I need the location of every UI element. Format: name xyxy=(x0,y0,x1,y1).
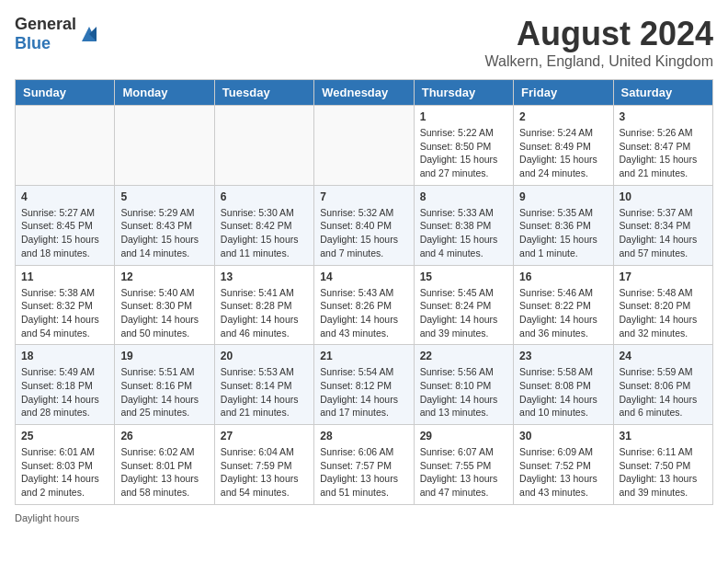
day-info: Sunrise: 5:27 AM Sunset: 8:45 PM Dayligh… xyxy=(21,206,108,260)
calendar-cell: 6Sunrise: 5:30 AM Sunset: 8:42 PM Daylig… xyxy=(214,185,313,265)
title-block: August 2024 Walkern, England, United Kin… xyxy=(485,15,713,70)
calendar-cell: 22Sunrise: 5:56 AM Sunset: 8:10 PM Dayli… xyxy=(414,345,513,425)
day-info: Sunrise: 6:02 AM Sunset: 8:01 PM Dayligh… xyxy=(120,445,208,500)
day-number: 17 xyxy=(620,270,707,283)
calendar-cell: 18Sunrise: 5:49 AM Sunset: 8:18 PM Dayli… xyxy=(16,345,115,425)
calendar-cell: 21Sunrise: 5:54 AM Sunset: 8:12 PM Dayli… xyxy=(314,345,414,425)
calendar-cell xyxy=(115,106,214,186)
day-info: Sunrise: 5:48 AM Sunset: 8:20 PM Dayligh… xyxy=(620,286,707,340)
calendar-cell: 11Sunrise: 5:38 AM Sunset: 8:32 PM Dayli… xyxy=(16,265,115,345)
day-info: Sunrise: 5:33 AM Sunset: 8:38 PM Dayligh… xyxy=(420,206,507,260)
day-info: Sunrise: 5:45 AM Sunset: 8:24 PM Dayligh… xyxy=(420,286,507,340)
calendar-cell: 20Sunrise: 5:53 AM Sunset: 8:14 PM Dayli… xyxy=(214,345,313,425)
day-number: 9 xyxy=(519,190,607,203)
day-number: 18 xyxy=(21,350,108,362)
calendar-cell: 8Sunrise: 5:33 AM Sunset: 8:38 PM Daylig… xyxy=(414,185,513,265)
day-number: 31 xyxy=(620,430,707,442)
day-info: Sunrise: 5:41 AM Sunset: 8:28 PM Dayligh… xyxy=(221,286,308,340)
footer: Daylight hours xyxy=(15,512,713,523)
page-header: General Blue August 2024 Walkern, Englan… xyxy=(15,15,713,70)
day-number: 2 xyxy=(519,110,607,123)
day-number: 27 xyxy=(221,430,308,442)
calendar-cell: 14Sunrise: 5:43 AM Sunset: 8:26 PM Dayli… xyxy=(314,265,414,345)
day-info: Sunrise: 5:51 AM Sunset: 8:16 PM Dayligh… xyxy=(120,365,208,419)
day-info: Sunrise: 5:26 AM Sunset: 8:47 PM Dayligh… xyxy=(620,126,707,180)
calendar-day-header: Wednesday xyxy=(314,80,414,106)
day-number: 6 xyxy=(221,190,308,203)
month-year: August 2024 xyxy=(485,15,713,53)
calendar-cell xyxy=(16,106,115,186)
logo-general: General xyxy=(15,15,76,33)
day-info: Sunrise: 6:07 AM Sunset: 7:55 PM Dayligh… xyxy=(420,445,507,500)
day-info: Sunrise: 5:24 AM Sunset: 8:49 PM Dayligh… xyxy=(519,126,607,180)
calendar-cell: 19Sunrise: 5:51 AM Sunset: 8:16 PM Dayli… xyxy=(115,345,214,425)
day-info: Sunrise: 5:59 AM Sunset: 8:06 PM Dayligh… xyxy=(620,365,707,419)
day-number: 15 xyxy=(420,270,507,283)
calendar-cell: 17Sunrise: 5:48 AM Sunset: 8:20 PM Dayli… xyxy=(613,265,712,345)
calendar-cell: 30Sunrise: 6:09 AM Sunset: 7:52 PM Dayli… xyxy=(514,425,613,505)
day-number: 24 xyxy=(620,350,707,362)
day-number: 23 xyxy=(519,350,607,362)
day-number: 8 xyxy=(420,190,507,203)
location: Walkern, England, United Kingdom xyxy=(485,53,713,70)
day-info: Sunrise: 6:04 AM Sunset: 7:59 PM Dayligh… xyxy=(221,445,308,500)
calendar-cell: 16Sunrise: 5:46 AM Sunset: 8:22 PM Dayli… xyxy=(514,265,613,345)
day-number: 4 xyxy=(21,190,108,203)
day-number: 29 xyxy=(420,430,507,442)
day-number: 13 xyxy=(221,270,308,283)
calendar-week-row: 1Sunrise: 5:22 AM Sunset: 8:50 PM Daylig… xyxy=(16,106,713,186)
day-number: 20 xyxy=(221,350,308,362)
calendar-day-header: Monday xyxy=(115,80,214,106)
day-info: Sunrise: 5:56 AM Sunset: 8:10 PM Dayligh… xyxy=(420,365,507,419)
calendar-cell: 23Sunrise: 5:58 AM Sunset: 8:08 PM Dayli… xyxy=(514,345,613,425)
day-info: Sunrise: 6:11 AM Sunset: 7:50 PM Dayligh… xyxy=(620,445,707,500)
calendar-cell: 24Sunrise: 5:59 AM Sunset: 8:06 PM Dayli… xyxy=(613,345,712,425)
day-info: Sunrise: 5:30 AM Sunset: 8:42 PM Dayligh… xyxy=(221,206,308,260)
calendar-week-row: 25Sunrise: 6:01 AM Sunset: 8:03 PM Dayli… xyxy=(16,425,713,505)
calendar-week-row: 11Sunrise: 5:38 AM Sunset: 8:32 PM Dayli… xyxy=(16,265,713,345)
day-number: 16 xyxy=(519,270,607,283)
calendar-day-header: Sunday xyxy=(16,80,115,106)
day-info: Sunrise: 5:43 AM Sunset: 8:26 PM Dayligh… xyxy=(320,286,407,340)
calendar-cell: 26Sunrise: 6:02 AM Sunset: 8:01 PM Dayli… xyxy=(115,425,214,505)
footer-text: Daylight hours xyxy=(15,512,79,523)
calendar-cell: 28Sunrise: 6:06 AM Sunset: 7:57 PM Dayli… xyxy=(314,425,414,505)
calendar-cell: 27Sunrise: 6:04 AM Sunset: 7:59 PM Dayli… xyxy=(214,425,313,505)
calendar-cell: 12Sunrise: 5:40 AM Sunset: 8:30 PM Dayli… xyxy=(115,265,214,345)
day-number: 12 xyxy=(120,270,208,283)
day-info: Sunrise: 6:09 AM Sunset: 7:52 PM Dayligh… xyxy=(519,445,607,500)
day-number: 3 xyxy=(620,110,707,123)
calendar-cell: 31Sunrise: 6:11 AM Sunset: 7:50 PM Dayli… xyxy=(613,425,712,505)
calendar-cell: 10Sunrise: 5:37 AM Sunset: 8:34 PM Dayli… xyxy=(613,185,712,265)
calendar-cell: 2Sunrise: 5:24 AM Sunset: 8:49 PM Daylig… xyxy=(514,106,613,186)
day-number: 1 xyxy=(420,110,507,123)
day-number: 7 xyxy=(320,190,407,203)
day-number: 5 xyxy=(120,190,208,203)
calendar-cell: 13Sunrise: 5:41 AM Sunset: 8:28 PM Dayli… xyxy=(214,265,313,345)
calendar-cell: 25Sunrise: 6:01 AM Sunset: 8:03 PM Dayli… xyxy=(16,425,115,505)
day-info: Sunrise: 5:46 AM Sunset: 8:22 PM Dayligh… xyxy=(519,286,607,340)
day-info: Sunrise: 5:29 AM Sunset: 8:43 PM Dayligh… xyxy=(120,206,208,260)
logo-icon xyxy=(78,23,100,45)
calendar-week-row: 4Sunrise: 5:27 AM Sunset: 8:45 PM Daylig… xyxy=(16,185,713,265)
day-number: 26 xyxy=(120,430,208,442)
day-number: 11 xyxy=(21,270,108,283)
calendar-day-header: Saturday xyxy=(613,80,712,106)
day-number: 25 xyxy=(21,430,108,442)
day-number: 21 xyxy=(320,350,407,362)
day-info: Sunrise: 6:01 AM Sunset: 8:03 PM Dayligh… xyxy=(21,445,108,500)
day-info: Sunrise: 5:49 AM Sunset: 8:18 PM Dayligh… xyxy=(21,365,108,419)
calendar: SundayMondayTuesdayWednesdayThursdayFrid… xyxy=(15,79,713,505)
day-number: 19 xyxy=(120,350,208,362)
logo: General Blue xyxy=(15,15,100,53)
calendar-day-header: Tuesday xyxy=(214,80,313,106)
day-info: Sunrise: 5:35 AM Sunset: 8:36 PM Dayligh… xyxy=(519,206,607,260)
day-number: 10 xyxy=(620,190,707,203)
calendar-cell: 7Sunrise: 5:32 AM Sunset: 8:40 PM Daylig… xyxy=(314,185,414,265)
day-info: Sunrise: 5:37 AM Sunset: 8:34 PM Dayligh… xyxy=(620,206,707,260)
day-info: Sunrise: 5:58 AM Sunset: 8:08 PM Dayligh… xyxy=(519,365,607,419)
day-info: Sunrise: 5:22 AM Sunset: 8:50 PM Dayligh… xyxy=(420,126,507,180)
day-number: 22 xyxy=(420,350,507,362)
calendar-cell: 5Sunrise: 5:29 AM Sunset: 8:43 PM Daylig… xyxy=(115,185,214,265)
calendar-day-header: Friday xyxy=(514,80,613,106)
